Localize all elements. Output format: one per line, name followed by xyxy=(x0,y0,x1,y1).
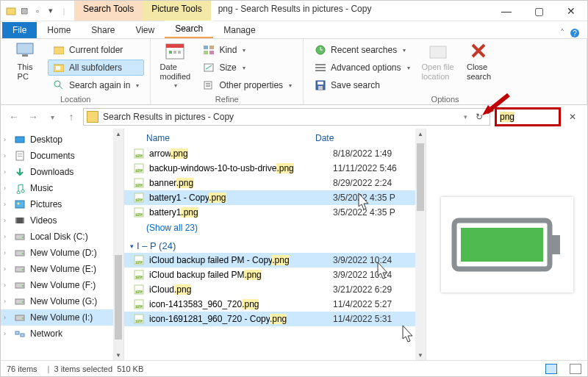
svg-text:PNG: PNG xyxy=(135,183,143,187)
tree-caret-icon[interactable]: › xyxy=(4,201,6,208)
this-pc-button[interactable]: This PC xyxy=(7,42,43,81)
tree-caret-icon[interactable]: › xyxy=(4,249,6,256)
tree-caret-icon[interactable]: › xyxy=(4,314,6,321)
nav-back-button[interactable]: ← xyxy=(7,109,21,124)
tab-home[interactable]: Home xyxy=(37,22,81,38)
tab-manage[interactable]: Manage xyxy=(213,22,265,38)
sidebar-item-music[interactable]: ›Music xyxy=(1,180,123,196)
address-chevron-icon[interactable]: ▾ xyxy=(464,113,467,121)
size-button[interactable]: Size▾ xyxy=(198,60,297,76)
sidebar-item-desktop[interactable]: ›Desktop xyxy=(1,132,123,148)
tree-caret-icon[interactable]: › xyxy=(4,184,6,192)
context-tab-search-tools[interactable]: Search Tools xyxy=(74,1,143,21)
nav-forward-button[interactable]: → xyxy=(26,109,40,124)
file-row[interactable]: PNGiCloud.png3/21/2022 6:29 xyxy=(124,282,426,297)
pic-icon xyxy=(14,198,26,210)
nav-up-button[interactable]: ↑ xyxy=(64,109,79,124)
scroll-down-icon[interactable]: ▼ xyxy=(113,350,123,360)
context-tab-picture-tools[interactable]: Picture Tools xyxy=(143,1,210,21)
column-name[interactable]: Name xyxy=(146,133,315,143)
search-again-button[interactable]: Search again in▾ xyxy=(48,77,144,93)
svg-point-35 xyxy=(18,203,20,205)
nav-history-button[interactable]: ▾ xyxy=(45,109,60,124)
close-button[interactable]: ✕ xyxy=(555,1,587,21)
date-modified-button[interactable]: Date modified▾ xyxy=(157,42,193,89)
clear-search-button[interactable]: ✕ xyxy=(565,109,580,124)
file-row[interactable]: PNGbanner.png8/29/2022 2:24 xyxy=(124,176,426,190)
group-label-refine: Refine xyxy=(157,93,297,104)
sidebar-scrollbar[interactable]: ▲ ▼ xyxy=(113,129,123,360)
minimize-button[interactable]: — xyxy=(490,1,523,21)
sidebar-item-network[interactable]: ›Network xyxy=(1,326,123,342)
svg-text:PNG: PNG xyxy=(135,304,143,309)
sidebar-item-pictures[interactable]: ›Pictures xyxy=(1,196,123,212)
file-row[interactable]: PNGbattery1 - Copy.png3/5/2022 4:35 P xyxy=(124,190,426,205)
navigation-pane[interactable]: ›Desktop›Documents›Downloads›Music›Pictu… xyxy=(1,129,124,360)
other-properties-button[interactable]: Other properties▾ xyxy=(198,77,297,93)
recent-searches-button[interactable]: Recent searches▾ xyxy=(309,42,415,58)
details-view-button[interactable] xyxy=(545,364,557,374)
results-list[interactable]: Name Date PNGarrow.png8/18/2022 1:49PNGb… xyxy=(124,129,426,360)
column-date[interactable]: Date xyxy=(315,133,423,143)
tab-search[interactable]: Search xyxy=(165,21,213,38)
maximize-button[interactable]: ▢ xyxy=(523,1,555,21)
tree-caret-icon[interactable]: › xyxy=(4,233,6,240)
tree-caret-icon[interactable]: › xyxy=(4,152,6,159)
tree-caret-icon[interactable]: › xyxy=(4,168,6,176)
tab-share[interactable]: Share xyxy=(81,22,125,38)
file-name: iCloud backup failed PM - Copy.png xyxy=(149,255,329,265)
tab-view[interactable]: View xyxy=(125,22,165,38)
scroll-up-icon[interactable]: ▲ xyxy=(113,129,123,139)
sidebar-item-label: New Volume (G:) xyxy=(30,296,97,306)
sidebar-item-new-volume-i-[interactable]: ›New Volume (I:) xyxy=(1,309,123,326)
ribbon-collapse-icon[interactable]: ˄ xyxy=(555,28,570,38)
qat-separator: | xyxy=(58,5,70,17)
qat-dropdown-icon[interactable]: ▾ xyxy=(45,5,57,17)
sidebar-item-downloads[interactable]: ›Downloads xyxy=(1,164,123,180)
address-text: Search Results in pictures - Copy xyxy=(103,112,234,122)
file-row[interactable]: PNGicon-1413583_960_720.png11/4/2022 5:2… xyxy=(124,297,426,312)
sidebar-item-new-volume-d-[interactable]: ›New Volume (D:) xyxy=(1,245,123,261)
scroll-down-icon[interactable]: ▼ xyxy=(415,350,426,360)
tab-file[interactable]: File xyxy=(2,22,37,38)
this-pc-icon xyxy=(15,42,35,61)
qat-new-folder-icon[interactable]: ▫ xyxy=(32,5,43,17)
kind-button[interactable]: Kind▾ xyxy=(198,42,297,58)
file-row[interactable]: PNGarrow.png8/18/2022 1:49 xyxy=(124,146,426,161)
all-subfolders-button[interactable]: All subfolders xyxy=(48,60,144,76)
save-search-button[interactable]: Save search xyxy=(309,77,415,93)
close-search-button[interactable]: Close search xyxy=(461,42,498,81)
ribbon-group-options: Recent searches▾ Advanced options▾ Save … xyxy=(304,39,587,104)
tree-caret-icon[interactable]: › xyxy=(4,217,6,224)
advanced-options-button[interactable]: Advanced options▾ xyxy=(309,60,415,76)
tree-caret-icon[interactable]: › xyxy=(4,281,6,289)
sidebar-item-new-volume-f-[interactable]: ›New Volume (F:) xyxy=(1,277,123,293)
sidebar-item-local-disk-c-[interactable]: ›Local Disk (C:) xyxy=(1,229,123,245)
tree-caret-icon[interactable]: › xyxy=(4,136,6,143)
qat-props-icon[interactable]: ▧ xyxy=(18,5,30,17)
sidebar-item-videos[interactable]: ›Videos xyxy=(1,212,123,229)
chevron-down-icon: ▾ xyxy=(174,82,177,89)
svg-text:PNG: PNG xyxy=(135,154,143,158)
current-folder-button[interactable]: Current folder xyxy=(48,42,144,58)
file-row[interactable]: PNGiCloud backup failed PM - Copy.png3/9… xyxy=(124,253,426,268)
tree-caret-icon[interactable]: › xyxy=(4,265,6,273)
tree-caret-icon[interactable]: › xyxy=(4,330,6,337)
group-header-ip[interactable]: ▾I – P (24) xyxy=(124,236,426,253)
address-bar[interactable]: Search Results in pictures - Copy ▾ ↻ xyxy=(83,108,490,126)
list-scrollbar[interactable]: ▲ ▼ xyxy=(415,129,426,360)
sidebar-item-new-volume-e-[interactable]: ›New Volume (E:) xyxy=(1,261,123,277)
file-row[interactable]: PNGbattery1.png3/5/2022 4:35 P xyxy=(124,205,426,220)
help-icon[interactable]: ? xyxy=(570,28,587,38)
scroll-up-icon[interactable]: ▲ xyxy=(415,129,426,139)
column-headers[interactable]: Name Date xyxy=(124,129,426,146)
svg-rect-27 xyxy=(318,82,323,85)
sidebar-item-documents[interactable]: ›Documents xyxy=(1,148,123,164)
show-all-link[interactable]: (Show all 23) xyxy=(124,220,426,236)
file-row[interactable]: PNGicon-1691281_960_720 - Copy.png11/4/2… xyxy=(124,312,426,326)
file-row[interactable]: PNGbackup-windows-10-to-usb-drive.png11/… xyxy=(124,161,426,176)
sidebar-item-new-volume-g-[interactable]: ›New Volume (G:) xyxy=(1,293,123,309)
tree-caret-icon[interactable]: › xyxy=(4,298,6,305)
file-row[interactable]: PNGiCloud backup failed PM.png3/9/2022 1… xyxy=(124,268,426,282)
thumbnails-view-button[interactable] xyxy=(570,364,581,374)
